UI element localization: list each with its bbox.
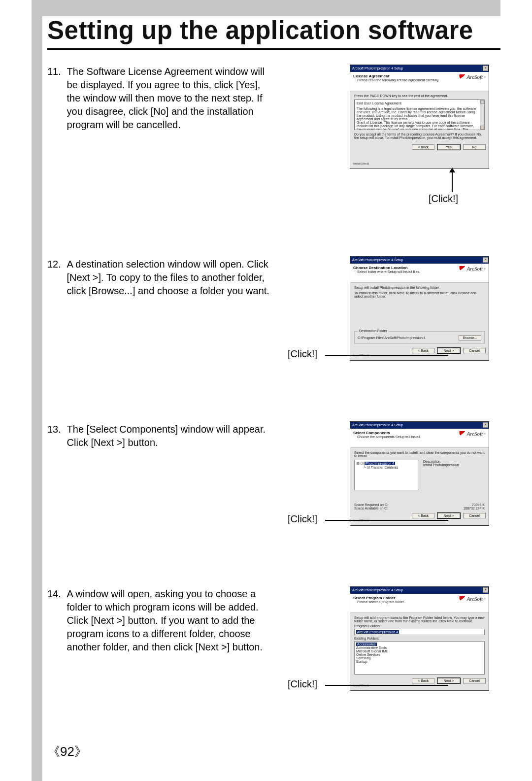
step-14-number: 14.	[47, 587, 64, 601]
close-icon[interactable]: ×	[483, 422, 488, 428]
click-label-2: [Click!]	[288, 348, 317, 360]
cancel-button[interactable]: Cancel	[463, 513, 486, 518]
description-text: Install PhotoImpression	[423, 463, 459, 467]
step-11: 11. The Software License Agreement windo…	[47, 65, 279, 132]
folder-item[interactable]: Administrative Tools	[356, 646, 483, 649]
dialog-header-strip: Select Components Choose the components …	[350, 429, 489, 448]
dialog-program-folder: ArcSoft PhotoImpression 4 Setup × Select…	[350, 586, 489, 691]
no-button[interactable]: No	[463, 144, 486, 150]
dialog-titlebar-text: ArcSoft PhotoImpression 4 Setup	[352, 423, 403, 427]
description-label: Description	[423, 460, 459, 463]
eula-heading: End User License Agreement	[357, 102, 482, 105]
dialog-body: Setup will install PhotoImpression in th…	[350, 283, 489, 346]
click-label-3: [Click!]	[288, 513, 317, 525]
cancel-button[interactable]: Cancel	[463, 348, 486, 353]
step-13: 13. The [Select Components] window will …	[47, 423, 279, 449]
click-label-1: [Click!]	[429, 193, 458, 204]
dialog-license: ArcSoft PhotoImpression 4 Setup × Licens…	[350, 65, 489, 169]
arrow-shaft	[452, 171, 453, 192]
existing-folders-label: Existing Folders:	[354, 637, 485, 640]
folder-item[interactable]: Samsung	[356, 656, 483, 660]
top-grey-band	[32, 0, 500, 16]
step-13-number: 13.	[47, 423, 64, 436]
yes-button[interactable]: Yes	[437, 144, 460, 150]
program-folder-input[interactable]: ArcSoft PhotoImpression 4	[354, 629, 485, 635]
click-leader-2	[325, 355, 448, 356]
space-required-label: Space Required on C:	[354, 503, 388, 507]
step-14-text: A window will open, asking you to choose…	[67, 587, 274, 654]
next-button[interactable]: Next >	[437, 678, 460, 683]
dest-line1: Setup will install PhotoImpression in th…	[354, 286, 485, 289]
scroll-hint: Press the PAGE DOWN key to see the rest …	[354, 94, 485, 98]
installshield-label: InstallShield	[353, 162, 369, 165]
dialog-titlebar: ArcSoft PhotoImpression 4 Setup ×	[350, 587, 489, 594]
scrollbar[interactable]	[480, 100, 484, 130]
dialog-titlebar: ArcSoft PhotoImpression 4 Setup ×	[350, 65, 489, 72]
tree-child[interactable]: Transfer Contents	[371, 466, 399, 469]
step-11-number: 11.	[47, 65, 64, 78]
components-tree[interactable]: ⊟ ☑ PhotoImpression 4 └ ☑ Transfer Conte…	[354, 460, 418, 490]
progfolder-instruction: Setup will add program icons to the Prog…	[354, 616, 485, 623]
dialog-header-strip: Select Program Folder Please select a pr…	[350, 594, 489, 613]
step-12-number: 12.	[47, 258, 64, 271]
close-icon[interactable]: ×	[483, 587, 488, 593]
space-available-label: Space Available on C:	[354, 507, 388, 510]
folder-item[interactable]: Online Services	[356, 653, 483, 656]
tree-root[interactable]: PhotoImpression 4	[365, 462, 395, 465]
folder-item[interactable]: Microsoft Global IME	[356, 649, 483, 653]
dialog-titlebar: ArcSoft PhotoImpression 4 Setup ×	[350, 257, 489, 264]
eula-textarea[interactable]: End User License Agreement The following…	[354, 100, 485, 130]
dialog-titlebar-text: ArcSoft PhotoImpression 4 Setup	[352, 258, 403, 262]
folder-item[interactable]: Startup	[356, 660, 483, 663]
back-button[interactable]: < Back	[412, 348, 434, 353]
dialog-titlebar-text: ArcSoft PhotoImpression 4 Setup	[352, 67, 403, 70]
arcsoft-logo: ArcSoft®	[459, 74, 486, 80]
title-underline	[47, 48, 500, 50]
manual-page: Setting up the application software 11. …	[0, 0, 532, 781]
dialog-footer: InstallShield < Back Yes No	[350, 142, 489, 153]
arrow-head-icon	[449, 168, 455, 172]
step-11-text: The Software License Agreement window wi…	[67, 65, 274, 132]
close-icon[interactable]: ×	[483, 257, 488, 263]
next-button[interactable]: Next >	[437, 513, 460, 518]
click-leader-4	[325, 685, 448, 686]
dialog-destination: ArcSoft PhotoImpression 4 Setup × Choose…	[350, 256, 489, 361]
back-button[interactable]: < Back	[412, 513, 434, 518]
program-folders-label: Program Folders:	[354, 624, 485, 628]
side-grey-band	[32, 0, 42, 781]
click-leader-3	[325, 520, 448, 521]
click-label-4: [Click!]	[288, 679, 317, 690]
page-number: 《92》	[47, 743, 87, 760]
browse-button[interactable]: Browse...	[459, 335, 481, 340]
back-button[interactable]: < Back	[412, 144, 434, 150]
dialog-header-strip: Choose Destination Location Select folde…	[350, 264, 489, 283]
dialog-titlebar-text: ArcSoft PhotoImpression 4 Setup	[352, 588, 403, 592]
close-icon[interactable]: ×	[483, 66, 488, 71]
step-12-text: A destination selection window will open…	[67, 258, 274, 298]
page-title: Setting up the application software	[47, 18, 473, 43]
folder-item[interactable]: Accessories	[356, 643, 377, 646]
accept-question: Do you accept all the terms of the prece…	[354, 133, 485, 139]
dest-path: C:\Program Files\ArcSoft\PhotoImpression…	[358, 336, 426, 340]
dialog-titlebar: ArcSoft PhotoImpression 4 Setup ×	[350, 422, 489, 429]
scroll-up-icon[interactable]	[480, 100, 484, 104]
cancel-button[interactable]: Cancel	[463, 678, 486, 683]
space-available-value: 108732 284 K	[463, 507, 485, 510]
dest-line2: To install to this folder, click Next. T…	[354, 291, 485, 298]
eula-body: The following is a legal software licens…	[357, 107, 482, 130]
components-instruction: Select the components you want to instal…	[354, 451, 485, 458]
dest-folder-caption: Destination Folder	[358, 329, 389, 333]
scroll-down-icon[interactable]	[480, 126, 484, 130]
dialog-body: Press the PAGE DOWN key to see the rest …	[350, 91, 489, 142]
dialog-body: Setup will add program icons to the Prog…	[350, 613, 489, 676]
step-12: 12. A destination selection window will …	[47, 258, 279, 298]
back-button[interactable]: < Back	[412, 678, 434, 683]
dialog-components: ArcSoft PhotoImpression 4 Setup × Select…	[350, 421, 489, 526]
space-required-value: 73096 K	[472, 503, 485, 507]
next-button[interactable]: Next >	[437, 348, 460, 353]
dialog-header-strip: License Agreement Please read the follow…	[350, 72, 489, 91]
arcsoft-logo: ArcSoft®	[459, 431, 486, 437]
existing-folders-list[interactable]: Accessories Administrative Tools Microso…	[354, 641, 485, 675]
arcsoft-logo: ArcSoft®	[459, 596, 486, 602]
step-14: 14. A window will open, asking you to ch…	[47, 587, 279, 654]
